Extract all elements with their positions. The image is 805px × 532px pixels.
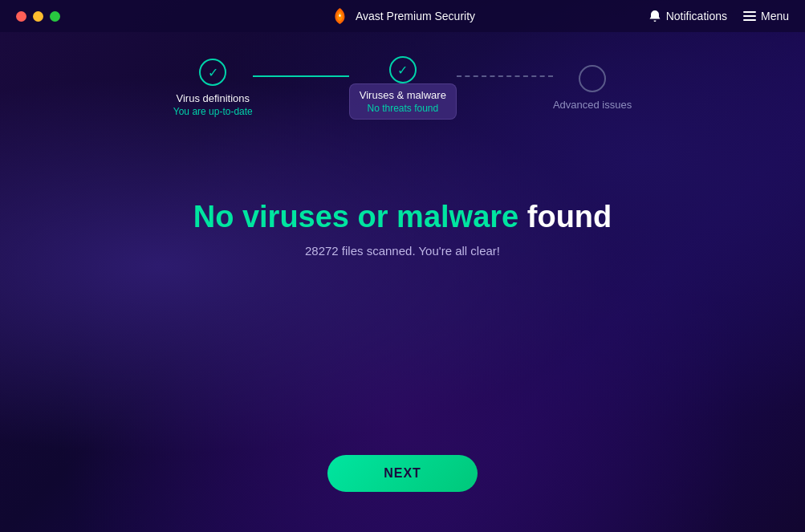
- menu-label: Menu: [761, 10, 789, 22]
- menu-icon: [743, 10, 756, 22]
- maximize-button[interactable]: [50, 11, 60, 22]
- avast-logo-icon: [330, 6, 349, 26]
- step-advanced-issues: Advanced issues: [553, 65, 632, 111]
- main-message: No viruses or malware found 28272 files …: [193, 200, 612, 258]
- sub-message: 28272 files scanned. You're all clear!: [193, 244, 612, 258]
- step3-circle: [579, 65, 606, 92]
- step2-circle: ✓: [389, 56, 417, 83]
- step2-main-label: Viruses & malware: [360, 89, 446, 101]
- heading-white: found: [527, 200, 612, 234]
- step3-label: Advanced issues: [553, 99, 632, 111]
- app-title: Avast Premium Security: [330, 6, 475, 26]
- step2-sub-label: No threats found: [360, 103, 446, 114]
- titlebar-right: Notifications Menu: [648, 10, 789, 22]
- svg-rect-2: [743, 19, 756, 21]
- minimize-button[interactable]: [33, 11, 43, 22]
- progress-steps: ✓ Virus definitions You are up-to-date ✓…: [173, 56, 632, 120]
- step-virus-definitions: ✓ Virus definitions You are up-to-date: [173, 59, 253, 117]
- window-controls: [16, 11, 60, 22]
- next-button[interactable]: NEXT: [327, 455, 478, 492]
- titlebar: Avast Premium Security Notifications Men…: [0, 0, 805, 32]
- connector-1: [253, 75, 349, 77]
- svg-rect-1: [743, 15, 756, 17]
- step3-main-label: Advanced issues: [553, 99, 632, 111]
- close-button[interactable]: [16, 11, 26, 22]
- main-heading: No viruses or malware found: [193, 200, 612, 234]
- menu-button[interactable]: Menu: [743, 10, 789, 22]
- svg-rect-0: [743, 11, 756, 13]
- step-viruses-malware: ✓ Viruses & malware No threats found: [349, 56, 457, 120]
- notifications-button[interactable]: Notifications: [648, 10, 727, 22]
- step1-circle: ✓: [199, 59, 226, 86]
- step1-sub-label: You are up-to-date: [173, 106, 253, 117]
- step1-label: Virus definitions You are up-to-date: [173, 92, 253, 117]
- step2-active-box: Viruses & malware No threats found: [349, 83, 457, 120]
- connector-2: [457, 75, 553, 77]
- notifications-label: Notifications: [666, 10, 727, 22]
- main-content: ✓ Virus definitions You are up-to-date ✓…: [0, 32, 805, 532]
- step1-main-label: Virus definitions: [173, 92, 253, 104]
- bell-icon: [648, 10, 661, 22]
- heading-green: No viruses or malware: [193, 200, 519, 234]
- app-title-text: Avast Premium Security: [356, 10, 475, 22]
